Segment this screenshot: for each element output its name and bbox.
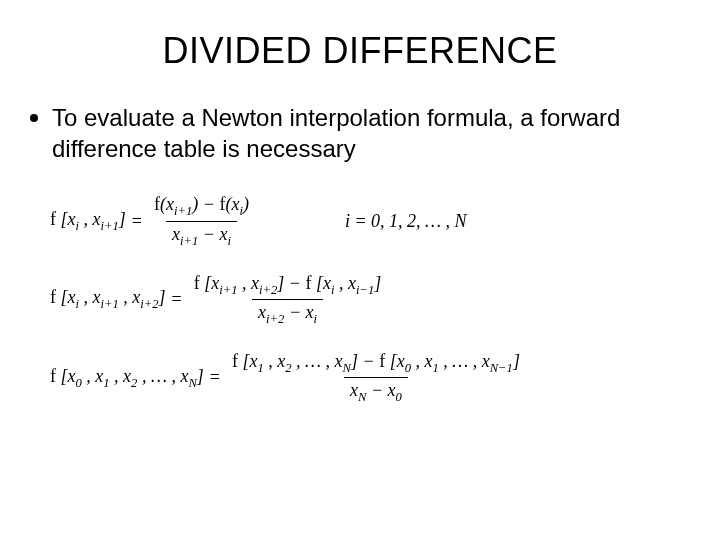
formula-3-lhs: f [x0 , x1 , x2 , … , xN] [50, 366, 204, 391]
formula-3-numerator: f [x1 , x2 , … , xN] − f [x0 , x1 , … , … [226, 351, 526, 378]
bullet-dot-icon [30, 114, 38, 122]
formula-3-denominator: xN − x0 [344, 377, 408, 405]
formula-1-index-range: i = 0, 1, 2, … , N [345, 211, 467, 232]
formula-2: f [xi , xi+1 , xi+2] = f [xi+1 , xi+2] −… [50, 273, 690, 327]
formula-2-denominator: xi+2 − xi [252, 299, 323, 327]
bullet-item: To evaluate a Newton interpolation formu… [30, 102, 690, 164]
formula-1-numerator: f(xi+1) − f(xi) [148, 194, 255, 221]
equals-sign: = [132, 211, 142, 232]
formula-2-numerator: f [xi+1 , xi+2] − f [xi , xi−1] [188, 273, 388, 300]
formula-2-fraction: f [xi+1 , xi+2] − f [xi , xi−1] xi+2 − x… [188, 273, 388, 327]
formula-1: f [xi , xi+1] = f(xi+1) − f(xi) xi+1 − x… [50, 194, 690, 248]
slide-title: DIVIDED DIFFERENCE [30, 30, 690, 72]
formula-block: f [xi , xi+1] = f(xi+1) − f(xi) xi+1 − x… [30, 194, 690, 405]
formula-2-lhs: f [xi , xi+1 , xi+2] [50, 287, 166, 312]
equals-sign: = [210, 367, 220, 388]
formula-3-fraction: f [x1 , x2 , … , xN] − f [x0 , x1 , … , … [226, 351, 526, 405]
formula-1-fraction: f(xi+1) − f(xi) xi+1 − xi [148, 194, 255, 248]
bullet-text: To evaluate a Newton interpolation formu… [52, 102, 690, 164]
formula-3: f [x0 , x1 , x2 , … , xN] = f [x1 , x2 ,… [50, 351, 690, 405]
formula-1-lhs: f [xi , xi+1] [50, 209, 126, 234]
formula-1-denominator: xi+1 − xi [166, 221, 237, 249]
equals-sign: = [172, 289, 182, 310]
slide: DIVIDED DIFFERENCE To evaluate a Newton … [0, 0, 720, 540]
